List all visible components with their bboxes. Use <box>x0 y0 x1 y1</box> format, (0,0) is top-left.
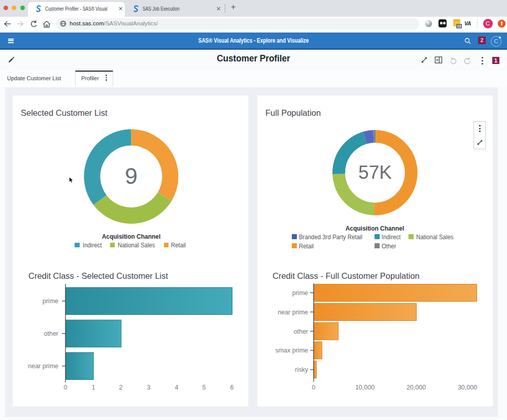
svg-text:57K: 57K <box>358 162 392 183</box>
svg-text:9: 9 <box>125 163 138 189</box>
